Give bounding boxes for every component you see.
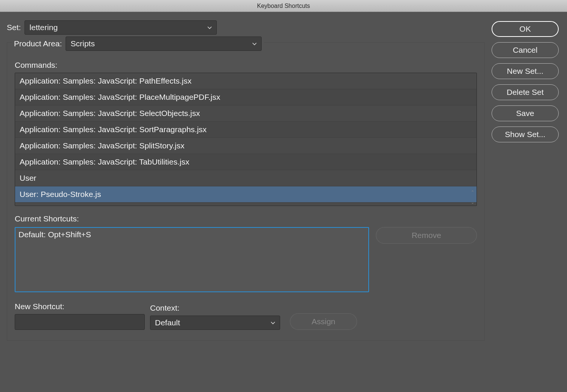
set-value: lettering <box>29 23 58 32</box>
save-button[interactable]: Save <box>492 105 559 121</box>
list-item[interactable]: Application: Samples: JavaScript: PathEf… <box>15 73 477 89</box>
set-row: Set: lettering <box>7 20 485 35</box>
current-shortcuts-label: Current Shortcuts: <box>15 214 477 223</box>
chevron-down-icon <box>207 24 212 31</box>
product-area-dropdown[interactable]: Scripts <box>66 37 262 51</box>
list-item[interactable]: Application: Samples: JavaScript: SplitS… <box>15 138 477 154</box>
commands-list[interactable]: Application: Samples: JavaScript: PathEf… <box>15 73 477 206</box>
commands-label: Commands: <box>15 61 477 70</box>
ok-button[interactable]: OK <box>492 21 559 37</box>
product-area-fieldset: Product Area: Scripts Commands: Applicat… <box>7 42 485 341</box>
remove-button[interactable]: Remove <box>376 227 477 244</box>
context-value: Default <box>155 318 180 327</box>
set-label: Set: <box>7 23 21 32</box>
chevron-up-icon: ⌃ <box>471 190 474 195</box>
list-item[interactable]: User <box>15 170 477 186</box>
new-set-button[interactable]: New Set... <box>492 63 559 79</box>
product-area-label: Product Area: <box>14 39 62 48</box>
list-item[interactable]: Application: Samples: JavaScript: PlaceM… <box>15 89 477 105</box>
context-label: Context: <box>150 304 280 313</box>
set-dropdown[interactable]: lettering <box>25 20 217 35</box>
scroll-indicator[interactable]: ⌃ ⌄ <box>469 190 476 205</box>
window-title: Keyboard Shortcuts <box>257 3 310 9</box>
cancel-button[interactable]: Cancel <box>492 42 559 58</box>
current-shortcut-item[interactable]: Default: Opt+Shift+S <box>18 230 365 239</box>
list-item[interactable]: Application: Samples: JavaScript: TabUti… <box>15 154 477 170</box>
delete-set-button[interactable]: Delete Set <box>492 84 559 100</box>
titlebar: Keyboard Shortcuts <box>0 0 567 12</box>
context-dropdown[interactable]: Default <box>150 316 280 330</box>
show-set-button[interactable]: Show Set... <box>492 127 559 142</box>
list-item[interactable]: Application: Samples: JavaScript: Select… <box>15 105 477 122</box>
assign-button[interactable]: Assign <box>290 313 357 330</box>
new-shortcut-label: New Shortcut: <box>15 302 145 311</box>
dialog-body: Set: lettering Product Area: Scripts Com… <box>0 12 567 348</box>
chevron-down-icon: ⌄ <box>471 200 474 205</box>
chevron-down-icon <box>252 41 257 47</box>
chevron-down-icon <box>271 320 275 326</box>
list-item[interactable]: Application: Samples: JavaScript: SortPa… <box>15 122 477 138</box>
current-shortcuts-box[interactable]: Default: Opt+Shift+S <box>15 227 369 292</box>
list-item-selected[interactable]: User: Pseudo-Stroke.js <box>15 186 477 203</box>
new-shortcut-input[interactable] <box>15 314 145 330</box>
product-area-value: Scripts <box>70 39 95 48</box>
